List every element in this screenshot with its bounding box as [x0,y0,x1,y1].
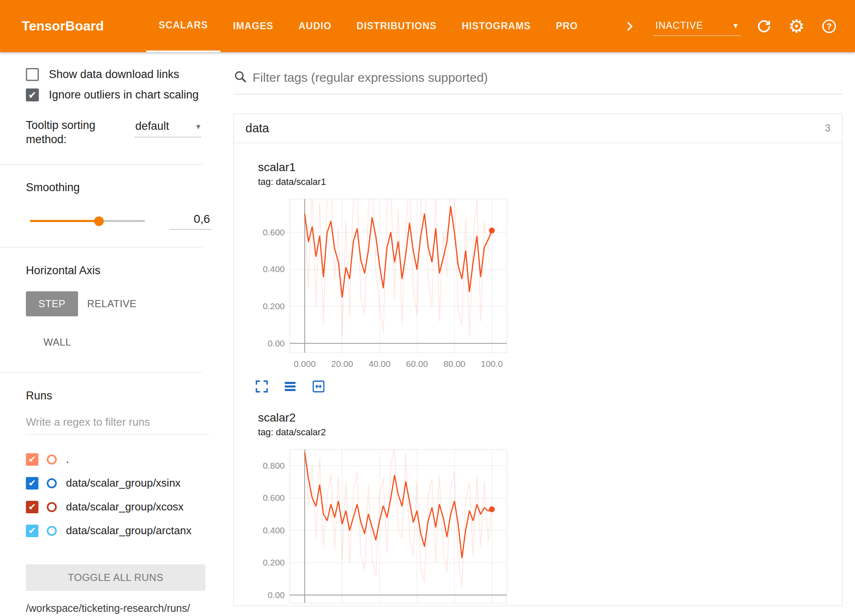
smoothing-slider-thumb[interactable] [94,216,104,226]
run-status-value: INACTIVE [655,20,703,31]
divider [0,372,202,373]
run-label: data/scalar_group/arctanx [66,524,192,537]
tooltip-sorting-select[interactable]: default ▾ [134,118,201,137]
svg-text:100.0: 100.0 [481,359,503,369]
run-label: . [66,453,69,466]
chart-scalar1[interactable]: 0.00020.0040.0060.0080.00100.00.000.2000… [246,192,514,374]
settings-icon[interactable]: ⚙ [787,17,806,35]
run-label: data/scalar_group/xsinx [66,477,181,490]
tab-histograms[interactable]: HISTOGRAMS [449,0,543,52]
run-label: data/scalar_group/xcosx [66,500,184,513]
tooltip-sorting-value: default [135,120,169,133]
run-list: ✔.✔data/scalar_group/xsinx✔data/scalar_g… [26,447,228,543]
run-color-circle [47,478,57,488]
show-download-links-checkbox[interactable] [26,68,39,81]
run-color-circle [47,502,57,512]
chart-card-scalar2: scalar2tag: data/scalar20.00020.0040.006… [246,411,539,606]
svg-text:80.00: 80.00 [443,359,465,369]
runs-filter-input[interactable]: Write a regex to filter runs [26,416,210,435]
ignore-outliers-checkbox[interactable]: ✔ [26,88,39,101]
sidebar: Show data download links ✔ Ignore outlie… [0,52,228,616]
run-color-circle [47,526,57,536]
svg-text:0.600: 0.600 [263,227,285,237]
search-icon [233,70,248,86]
svg-text:0.200: 0.200 [263,301,285,311]
divider [0,164,202,164]
ignore-outliers-label: Ignore outliers in chart scaling [49,88,199,101]
chart-toolbar [254,379,539,394]
runs-menu-icon[interactable] [282,379,298,394]
svg-text:40.00: 40.00 [369,359,391,369]
run-status-dropdown[interactable]: INACTIVE ▾ [653,17,741,36]
svg-text:0.000: 0.000 [294,359,316,369]
charts-grid: scalar1tag: data/scalar10.00020.0040.006… [234,143,842,606]
tooltip-sorting-row: Tooltip sorting method: default ▾ [26,118,228,146]
chart-scalar2[interactable]: 0.00020.0040.0060.0080.00100.00.000.2000… [246,443,514,606]
show-download-links-row[interactable]: Show data download links [26,68,228,81]
runs-label: Runs [26,389,228,402]
refresh-icon[interactable] [755,17,773,35]
horizontal-axis-label: Horizontal Axis [26,264,228,277]
chart-title: scalar2 [258,411,539,424]
smoothing-slider[interactable] [30,220,145,222]
card-title: data [245,121,269,135]
header-actions: INACTIVE ▾ ⚙ ? [620,0,855,52]
show-download-links-label: Show data download links [49,68,179,81]
svg-text:0.00: 0.00 [268,590,285,600]
tab-images[interactable]: IMAGES [220,0,286,52]
toggle-all-runs-button[interactable]: TOGGLE ALL RUNS [26,564,205,591]
app-title: TensorBoard [0,0,146,52]
chevron-right-icon[interactable] [620,17,639,35]
horizontal-axis-buttons: STEPRELATIVEWALL [26,291,159,355]
svg-text:20.00: 20.00 [331,359,353,369]
tab-scalars[interactable]: SCALARS [146,0,220,52]
data-card-header[interactable]: data 3 [234,114,842,143]
axis-button-relative[interactable]: RELATIVE [78,291,146,316]
chart-title: scalar1 [258,161,539,174]
chart-tag: tag: data/scalar1 [258,177,539,187]
card-count: 3 [825,123,830,134]
smoothing-slider-fill [30,220,99,222]
expand-icon[interactable] [254,379,270,394]
smoothing-row: 0,6 [26,212,228,230]
svg-text:0.400: 0.400 [263,525,285,535]
axis-button-step[interactable]: STEP [26,291,78,316]
svg-text:0.200: 0.200 [263,558,285,567]
svg-text:?: ? [827,21,832,31]
run-checkbox[interactable]: ✔ [26,525,38,537]
run-checkbox[interactable]: ✔ [26,501,38,513]
svg-text:60.00: 60.00 [406,359,428,369]
app-header: TensorBoard SCALARSIMAGESAUDIODISTRIBUTI… [0,0,855,52]
filter-tags-input[interactable]: Filter tags (regular expressions support… [253,71,488,85]
run-path: /workspace/ticketing-research/runs/ Nov1… [26,602,228,616]
main-content: Filter tags (regular expressions support… [228,52,855,616]
svg-text:0.00: 0.00 [268,338,285,348]
chart-tag: tag: data/scalar2 [258,427,539,438]
tab-audio[interactable]: AUDIO [286,0,344,52]
tab-bar: SCALARSIMAGESAUDIODISTRIBUTIONSHISTOGRAM… [146,0,590,52]
run-path-line1: /workspace/ticketing-research/runs/ [26,602,228,615]
caret-down-icon: ▾ [196,121,200,131]
data-card: data 3 scalar1tag: data/scalar10.00020.0… [233,114,842,606]
tab-pro[interactable]: PRO [543,0,590,52]
fit-domain-icon[interactable] [311,379,326,394]
run-row[interactable]: ✔data/scalar_group/arctanx [26,519,228,543]
run-row[interactable]: ✔data/scalar_group/xcosx [26,495,228,519]
divider [0,247,202,247]
run-checkbox[interactable]: ✔ [26,477,38,490]
svg-text:0.600: 0.600 [263,493,285,502]
tooltip-sorting-label: Tooltip sorting method: [26,118,111,146]
ignore-outliers-row[interactable]: ✔ Ignore outliers in chart scaling [26,88,228,101]
run-checkbox[interactable]: ✔ [26,453,38,466]
help-icon[interactable]: ? [820,17,838,35]
axis-button-wall[interactable]: WALL [34,330,80,355]
svg-text:0.800: 0.800 [263,461,285,470]
tab-distributions[interactable]: DISTRIBUTIONS [344,0,449,52]
smoothing-value[interactable]: 0,6 [170,212,212,230]
filter-tags-row[interactable]: Filter tags (regular expressions support… [233,70,842,94]
caret-down-icon: ▾ [734,20,738,30]
svg-text:0.400: 0.400 [263,264,285,274]
smoothing-label: Smoothing [26,181,228,194]
run-row[interactable]: ✔data/scalar_group/xsinx [26,471,228,495]
run-row[interactable]: ✔. [26,447,228,471]
